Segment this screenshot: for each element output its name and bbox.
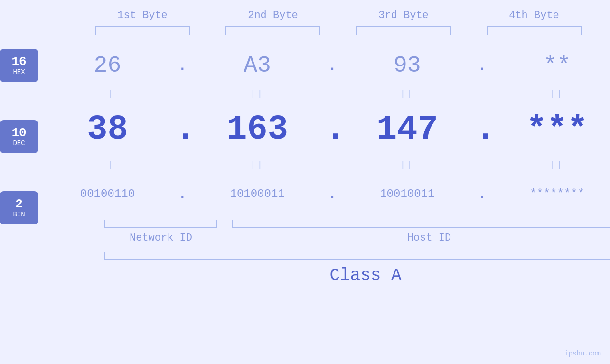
byte-headers: 1st Byte 2nd Byte 3rd Byte 4th Byte <box>77 9 600 21</box>
top-bracket-3 <box>356 26 451 35</box>
top-bracket-4 <box>487 26 582 35</box>
hex-badge-number: 16 <box>11 55 26 69</box>
ip-grid: 26 . A3 . 93 . ** || || <box>38 44 610 285</box>
dec-val-3: 147 <box>355 110 460 149</box>
network-id-label: Network ID <box>104 232 217 244</box>
byte-header-2: 2nd Byte <box>221 9 325 21</box>
host-bracket <box>232 220 610 228</box>
main-container: 1st Byte 2nd Byte 3rd Byte 4th Byte 16 H… <box>0 0 610 364</box>
bin-dot-2: . <box>325 184 339 204</box>
top-bracket-1 <box>95 26 190 35</box>
dec-badge: 10 DEC <box>0 120 38 153</box>
dec-dot-3: . <box>475 110 489 149</box>
content-area: 16 HEX 10 DEC 2 BIN 26 . A3 <box>0 44 610 285</box>
bin-badge-number: 2 <box>15 197 23 211</box>
bin-val-4: ******** <box>505 187 609 200</box>
bin-val-2: 10100011 <box>205 187 310 200</box>
bin-row: 00100110 . 10100011 . 10010011 . *******… <box>38 172 610 215</box>
watermark: ipshu.com <box>564 350 601 357</box>
hex-dot-2: . <box>325 56 339 75</box>
class-a-label: Class A <box>104 266 610 285</box>
dec-val-1: 38 <box>55 110 160 149</box>
eq1-2: || <box>205 89 310 99</box>
hex-val-2: A3 <box>205 53 310 78</box>
eq2-1: || <box>55 160 160 170</box>
byte-header-1: 1st Byte <box>90 9 195 21</box>
eq2-2: || <box>205 160 310 170</box>
bin-badge-label: BIN <box>13 211 25 218</box>
host-id-label: Host ID <box>232 232 610 244</box>
outer-bracket <box>104 252 610 260</box>
dec-dot-1: . <box>175 110 189 149</box>
bin-val-3: 10010011 <box>355 187 460 200</box>
top-brackets <box>77 26 600 35</box>
hex-badge: 16 HEX <box>0 49 38 82</box>
network-bracket <box>104 220 217 228</box>
bin-badge: 2 BIN <box>0 191 38 224</box>
byte-header-3: 3rd Byte <box>351 9 456 21</box>
eq1-1: || <box>55 89 160 99</box>
top-bracket-2 <box>225 26 320 35</box>
dec-row: 38 . 163 . 147 . *** <box>38 101 610 158</box>
hex-dot-1: . <box>175 56 189 75</box>
dec-val-4: *** <box>505 110 609 149</box>
hex-val-4: ** <box>505 53 609 78</box>
byte-header-4: 4th Byte <box>482 9 586 21</box>
hex-dot-3: . <box>475 56 489 75</box>
eq1-3: || <box>355 89 460 99</box>
dec-badge-number: 10 <box>11 126 26 140</box>
eq2-3: || <box>355 160 460 170</box>
bottom-section: Network ID Host ID Class A <box>104 220 610 285</box>
badges-column: 16 HEX 10 DEC 2 BIN <box>0 44 38 224</box>
hex-val-1: 26 <box>55 53 160 78</box>
bin-dot-3: . <box>475 184 489 204</box>
hex-row: 26 . A3 . 93 . ** <box>38 44 610 87</box>
eq2-4: || <box>505 160 609 170</box>
dec-badge-label: DEC <box>13 140 25 147</box>
equals-row-2: || || || || <box>38 158 610 172</box>
equals-row-1: || || || || <box>38 87 610 101</box>
eq1-4: || <box>505 89 609 99</box>
hex-badge-label: HEX <box>13 68 25 76</box>
labels-row: Network ID Host ID <box>104 232 610 244</box>
dec-val-2: 163 <box>205 110 310 149</box>
hex-val-3: 93 <box>355 53 460 78</box>
bin-val-1: 00100110 <box>55 187 160 200</box>
bin-dot-1: . <box>175 184 189 204</box>
bottom-brackets-row <box>104 220 610 228</box>
dec-dot-2: . <box>325 110 339 149</box>
